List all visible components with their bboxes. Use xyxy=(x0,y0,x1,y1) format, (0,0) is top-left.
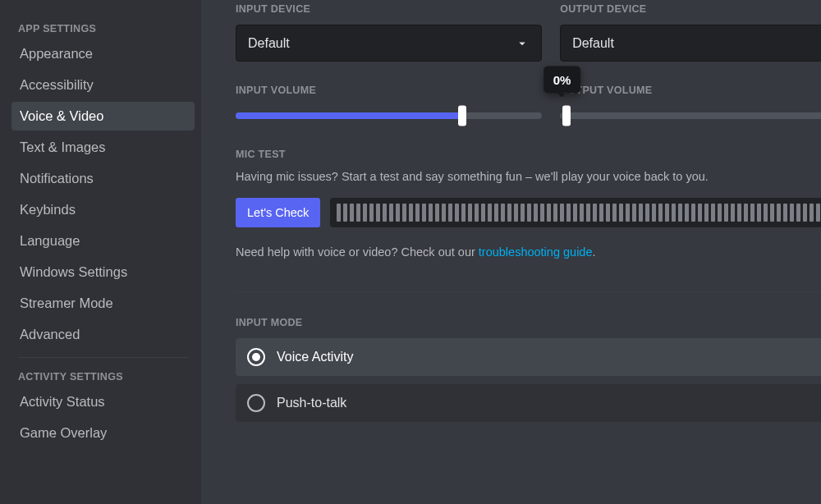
meter-bar xyxy=(435,204,439,222)
meter-bar xyxy=(744,204,748,222)
input-volume-label: INPUT VOLUME xyxy=(236,85,542,96)
meter-bar xyxy=(580,204,584,222)
sidebar-item-streamer-mode[interactable]: Streamer Mode xyxy=(11,289,195,318)
output-volume-slider[interactable]: 0% xyxy=(560,112,821,119)
input-mode-radio-group: Voice Activity Push-to-talk xyxy=(236,338,821,422)
meter-bar xyxy=(665,204,669,222)
meter-bar xyxy=(389,204,393,222)
meter-bar xyxy=(383,204,387,222)
meter-bar xyxy=(731,204,735,222)
meter-bar xyxy=(521,204,525,222)
meter-bar xyxy=(481,204,485,222)
meter-bar xyxy=(593,204,597,222)
troubleshooting-link[interactable]: troubleshooting guide xyxy=(479,245,593,259)
sidebar-item-text-images[interactable]: Text & Images xyxy=(11,133,195,162)
sidebar-item-voice-video[interactable]: Voice & Video xyxy=(11,102,195,131)
meter-bar xyxy=(652,204,656,222)
meter-bar xyxy=(612,204,617,222)
device-row: INPUT DEVICE Default OUTPUT DEVICE Defau… xyxy=(236,0,821,62)
meter-bar xyxy=(619,204,623,222)
output-device-value: Default xyxy=(572,36,614,51)
radio-label: Voice Activity xyxy=(277,350,353,364)
meter-bar xyxy=(790,204,794,222)
mic-test-header: MIC TEST xyxy=(236,149,821,160)
sidebar-item-label: Streamer Mode xyxy=(20,296,113,310)
meter-bar xyxy=(527,204,531,222)
mic-test-section: MIC TEST Having mic issues? Start a test… xyxy=(236,149,821,259)
meter-bar xyxy=(363,204,367,222)
chevron-down-icon xyxy=(515,36,530,51)
output-device-select[interactable]: Default xyxy=(560,25,821,62)
meter-bar xyxy=(639,204,643,222)
radio-icon xyxy=(247,394,265,412)
meter-bar xyxy=(750,204,754,222)
sidebar-item-appearance[interactable]: Appearance xyxy=(11,39,195,68)
radio-voice-activity[interactable]: Voice Activity xyxy=(236,338,821,376)
meter-bar xyxy=(514,204,518,222)
meter-bar xyxy=(573,204,577,222)
meter-bar xyxy=(770,204,774,222)
lets-check-button[interactable]: Let's Check xyxy=(236,198,320,227)
meter-bar xyxy=(678,204,682,222)
meter-bar xyxy=(396,204,400,222)
meter-bar xyxy=(422,204,426,222)
sidebar-item-label: Windows Settings xyxy=(20,264,127,279)
output-volume-thumb[interactable]: 0% xyxy=(562,106,571,126)
radio-dot-icon xyxy=(252,353,260,361)
radio-label: Push-to-talk xyxy=(277,396,346,410)
meter-bar xyxy=(724,204,728,222)
input-device-column: INPUT DEVICE Default xyxy=(236,3,542,62)
settings-main: INPUT DEVICE Default OUTPUT DEVICE Defau… xyxy=(201,0,821,504)
sidebar-item-activity-status[interactable]: Activity Status xyxy=(11,387,195,416)
input-device-label: INPUT DEVICE xyxy=(236,3,542,15)
meter-bar xyxy=(737,204,741,222)
meter-bar xyxy=(415,204,420,222)
meter-bar xyxy=(764,204,768,222)
meter-bar xyxy=(704,204,709,222)
sidebar-item-language[interactable]: Language xyxy=(11,227,195,255)
input-volume-fill xyxy=(236,112,462,119)
sidebar-item-label: Voice & Video xyxy=(20,108,103,123)
sidebar-item-label: Game Overlay xyxy=(20,425,107,440)
meter-bar xyxy=(540,204,544,222)
meter-bar xyxy=(566,204,571,222)
meter-bar xyxy=(356,204,360,222)
meter-bar xyxy=(599,204,603,222)
input-volume-slider[interactable] xyxy=(236,112,542,119)
meter-bar xyxy=(810,204,814,222)
meter-bar xyxy=(429,204,433,222)
volume-row: INPUT VOLUME OUTPUT VOLUME 0% xyxy=(236,85,821,119)
meter-bar xyxy=(475,204,479,222)
meter-bar xyxy=(816,204,820,222)
sidebar-item-accessibility[interactable]: Accessibility xyxy=(11,71,195,99)
mic-test-row: Let's Check xyxy=(236,198,821,227)
meter-bar xyxy=(369,204,374,222)
mic-level-meter xyxy=(330,198,821,227)
sidebar-item-label: Activity Status xyxy=(20,394,105,409)
meter-bar xyxy=(442,204,446,222)
sidebar-item-game-overlay[interactable]: Game Overlay xyxy=(11,419,195,447)
meter-bar xyxy=(337,204,341,222)
meter-bar xyxy=(691,204,695,222)
settings-sidebar: APP SETTINGS Appearance Accessibility Vo… xyxy=(0,0,201,504)
meter-bar xyxy=(534,204,538,222)
radio-push-to-talk[interactable]: Push-to-talk xyxy=(236,384,821,422)
input-volume-thumb[interactable] xyxy=(458,106,466,126)
meter-bar xyxy=(560,204,564,222)
sidebar-item-advanced[interactable]: Advanced xyxy=(11,320,195,349)
meter-bar xyxy=(402,204,406,222)
input-volume-column: INPUT VOLUME xyxy=(236,85,542,119)
meter-bar xyxy=(718,204,722,222)
input-device-value: Default xyxy=(248,36,290,51)
meter-bar xyxy=(685,204,689,222)
output-volume-column: OUTPUT VOLUME 0% xyxy=(560,85,821,119)
input-device-select[interactable]: Default xyxy=(236,25,542,62)
sidebar-divider xyxy=(18,357,188,358)
sidebar-item-notifications[interactable]: Notifications xyxy=(11,164,195,193)
output-volume-label: OUTPUT VOLUME xyxy=(560,85,821,96)
meter-bar xyxy=(796,204,800,222)
sidebar-item-windows-settings[interactable]: Windows Settings xyxy=(11,258,195,286)
meter-bar xyxy=(783,204,787,222)
sidebar-item-keybinds[interactable]: Keybinds xyxy=(11,195,195,224)
help-prefix: Need help with voice or video? Check out… xyxy=(236,245,479,259)
